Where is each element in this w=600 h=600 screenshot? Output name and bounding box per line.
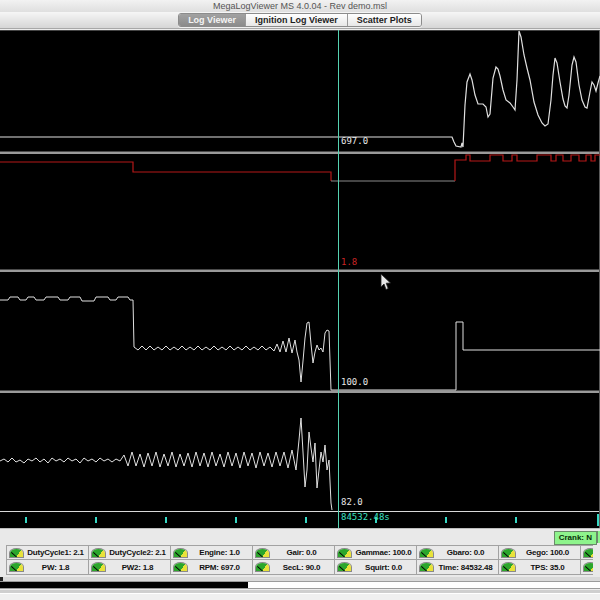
gauge-cell-tps: TPS: 35.0 xyxy=(498,559,581,575)
panel-divider-1[interactable] xyxy=(0,151,599,154)
gauge-icon xyxy=(584,549,593,557)
panel-divider-2[interactable] xyxy=(0,269,599,272)
gauge-value-text: Gammae: 100.0 xyxy=(351,548,416,557)
timeline-tick xyxy=(515,517,517,523)
timeline-tick xyxy=(305,517,307,523)
gauge-value-text: PW2: 1.8 xyxy=(105,563,170,572)
gauge-icon xyxy=(502,549,515,557)
gauge-icon xyxy=(338,563,351,571)
gauge-cell-gego: Gego: 100.0 xyxy=(498,545,581,560)
cursor-value-panel4: 82.0 xyxy=(341,498,363,507)
gauge-cell-rpm: RPM: 697.0 xyxy=(170,559,253,575)
gauge-icon xyxy=(10,563,23,571)
gauge-value-text: DutyCycle2: 2.1 xyxy=(105,548,170,557)
gauge-cell-pw: PW: 1.8 xyxy=(6,559,89,575)
timeline-strip[interactable] xyxy=(0,512,599,528)
timeline-tick xyxy=(445,517,447,523)
tab-segmented-control: Log ViewerIgnition Log ViewerScatter Plo… xyxy=(178,13,422,27)
gauge-icon xyxy=(174,563,187,571)
log-position-scrollbar[interactable] xyxy=(0,581,600,589)
gauge-value-text: Gair: 0.0 xyxy=(269,548,334,557)
cursor-value-pw: 1.8 xyxy=(341,258,357,267)
gauge-value-text: DutyCycle1: 2.1 xyxy=(23,548,88,557)
gauge-icon xyxy=(584,563,593,571)
app-window: MegaLogViewer MS 4.0.04 - Rev demo.msl L… xyxy=(0,0,600,600)
gauge-value-text: SecL: 90.0 xyxy=(269,563,334,572)
gauge-icon xyxy=(420,549,433,557)
gauge-cell-pw2: PW2: 1.8 xyxy=(88,559,171,575)
gauge-value-text: TPS: 35.0 xyxy=(515,563,580,572)
crank-status-badge: Crank: N xyxy=(554,531,597,545)
gauge-icon xyxy=(420,563,433,571)
gauge-cell-partial xyxy=(580,559,593,575)
gauge-cell-partial xyxy=(580,545,593,560)
gauge-value-text: Engine: 1.0 xyxy=(187,548,252,557)
gauge-cell-dutycycle2: DutyCycle2: 2.1 xyxy=(88,545,171,560)
gauge-value-text: Time: 84532.48 xyxy=(433,563,498,572)
bottom-strip xyxy=(0,593,600,600)
cursor-value-panel3: 100.0 xyxy=(341,378,368,387)
cursor-time-label: 84532.48s xyxy=(341,513,390,522)
tab-ignition-log-viewer[interactable]: Ignition Log Viewer xyxy=(246,14,348,26)
gauge-cell-dutycycle1: DutyCycle1: 2.1 xyxy=(6,545,89,560)
status-bar: Crank: N DutyCycle1: 2.1DutyCycle2: 2.1E… xyxy=(0,528,600,577)
cursor-value-rpm: 697.0 xyxy=(341,137,368,146)
gauge-row-2: PW: 1.8PW2: 1.8RPM: 697.0SecL: 90.0Squir… xyxy=(6,560,600,575)
gauge-cell-gair: Gair: 0.0 xyxy=(252,545,335,560)
timeline-tick xyxy=(235,517,237,523)
gauge-cell-gbaro: Gbaro: 0.0 xyxy=(416,545,499,560)
gauge-icon xyxy=(92,563,105,571)
gauge-cell-time: Time: 84532.48 xyxy=(416,559,499,575)
timeline-tick xyxy=(95,517,97,523)
gauge-value-text: RPM: 697.0 xyxy=(187,563,252,572)
gauge-row-1: DutyCycle1: 2.1DutyCycle2: 2.1Engine: 1.… xyxy=(6,545,600,560)
gauge-icon xyxy=(502,563,515,571)
gauge-value-text: Gbaro: 0.0 xyxy=(433,548,498,557)
gauge-icon xyxy=(338,549,351,557)
tab-log-viewer[interactable]: Log Viewer xyxy=(179,14,246,26)
tab-bar: Log ViewerIgnition Log ViewerScatter Plo… xyxy=(0,12,600,29)
gauge-cell-secl: SecL: 90.0 xyxy=(252,559,335,575)
gauge-value-text: Squirt: 0.0 xyxy=(351,563,416,572)
title-bar: MegaLogViewer MS 4.0.04 - Rev demo.msl xyxy=(0,0,600,12)
panel-divider-3[interactable] xyxy=(0,390,599,393)
gauge-cell-gammae: Gammae: 100.0 xyxy=(334,545,417,560)
timeline-tick xyxy=(165,517,167,523)
gauge-icon xyxy=(92,549,105,557)
gauge-panel: DutyCycle1: 2.1DutyCycle2: 2.1Engine: 1.… xyxy=(6,545,600,575)
gauge-icon xyxy=(10,549,23,557)
gauge-icon xyxy=(256,563,269,571)
gauge-cell-engine: Engine: 1.0 xyxy=(170,545,253,560)
window-title: MegaLogViewer MS 4.0.04 - Rev demo.msl xyxy=(213,1,387,11)
tab-scatter-plots[interactable]: Scatter Plots xyxy=(348,14,421,26)
time-cursor-line[interactable] xyxy=(338,30,339,528)
chart-area[interactable] xyxy=(0,30,600,528)
gauge-icon xyxy=(174,549,187,557)
gauge-cell-squirt: Squirt: 0.0 xyxy=(334,559,417,575)
scrollbar-thumb[interactable] xyxy=(0,582,248,588)
timeline-tick xyxy=(25,517,27,523)
gauge-value-text: Gego: 100.0 xyxy=(515,548,580,557)
gauge-value-text: PW: 1.8 xyxy=(23,563,88,572)
gauge-icon xyxy=(256,549,269,557)
